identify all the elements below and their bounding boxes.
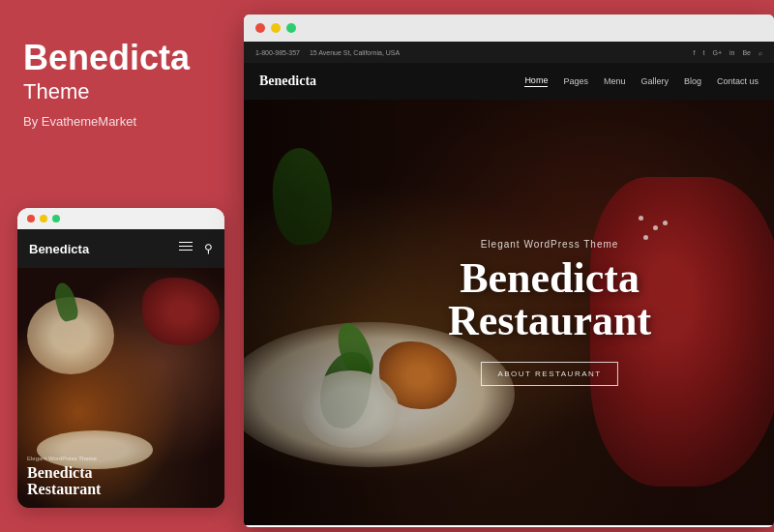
hero-cta: ABOUT RESTAURANT	[448, 362, 651, 386]
mobile-nav: Benedicta ⚲	[17, 229, 224, 268]
social-behance[interactable]: Be	[742, 49, 751, 56]
menu-item-gallery[interactable]: Gallery	[640, 76, 669, 86]
top-bar-address: 15 Avenue St, California, USA	[310, 49, 400, 56]
top-bar-right: f t G+ in Be ⌕	[694, 49, 762, 56]
social-twitter[interactable]: t	[702, 49, 704, 56]
theme-title: Benedicta	[23, 39, 217, 77]
mobile-hero: Elegant WordPress Theme Benedicta Restau…	[17, 268, 224, 508]
hero-subtitle: Elegant WordPress Theme	[448, 239, 651, 250]
mobile-preview: Benedicta ⚲ Elegant WordPress Theme Bene…	[17, 208, 224, 508]
desktop-preview: 1-800-985-357 15 Avenue St, California, …	[244, 15, 774, 527]
theme-subtitle: Theme	[23, 79, 217, 104]
menu-item-contact[interactable]: Contact us	[717, 76, 759, 86]
menu-item-home[interactable]: Home	[524, 75, 548, 87]
social-instagram[interactable]: in	[729, 49, 734, 56]
mobile-hero-title: Benedicta Restaurant	[27, 464, 101, 498]
hamburger-icon[interactable]	[179, 242, 193, 256]
social-facebook[interactable]: f	[694, 49, 696, 56]
top-bar-search-icon[interactable]: ⌕	[759, 49, 762, 56]
about-restaurant-button[interactable]: ABOUT RESTAURANT	[481, 362, 617, 386]
desktop-dot-yellow	[271, 23, 281, 33]
menu-item-blog[interactable]: Blog	[684, 76, 701, 86]
mobile-overlay-text: Elegant WordPress Theme Benedicta Restau…	[27, 456, 101, 498]
top-bar-phone: 1-800-985-357	[255, 49, 300, 56]
mobile-logo: Benedicta	[29, 242, 89, 256]
mobile-dots-bar	[17, 208, 224, 229]
desktop-hero: Elegant WordPress Theme Benedicta Restau…	[244, 100, 774, 525]
desktop-nav: Benedicta Home Pages Menu Gallery Blog C…	[244, 63, 774, 100]
menu-item-pages[interactable]: Pages	[563, 76, 588, 86]
mobile-nav-icons: ⚲	[179, 242, 213, 256]
hero-text-block: Elegant WordPress Theme Benedicta Restau…	[448, 239, 651, 386]
theme-author: By EvathemeMarket	[23, 114, 217, 129]
mobile-dot-red	[27, 215, 35, 222]
mobile-dot-green	[52, 215, 60, 222]
desktop-dots-bar	[244, 15, 774, 42]
desktop-menu: Home Pages Menu Gallery Blog Contact us	[524, 75, 759, 87]
search-icon[interactable]: ⚲	[204, 242, 213, 256]
menu-item-menu[interactable]: Menu	[604, 76, 626, 86]
mobile-hero-subtitle: Elegant WordPress Theme	[27, 456, 101, 461]
hero-title: Benedicta Restaurant	[448, 257, 651, 342]
social-google[interactable]: G+	[712, 49, 722, 56]
desktop-dot-green	[286, 23, 296, 33]
desktop-logo: Benedicta	[259, 74, 316, 89]
top-bar-left: 1-800-985-357 15 Avenue St, California, …	[255, 49, 400, 56]
desktop-dot-red	[255, 23, 265, 33]
desktop-top-bar: 1-800-985-357 15 Avenue St, California, …	[244, 42, 774, 63]
mobile-dot-yellow	[40, 215, 47, 222]
left-panel: Benedicta Theme By EvathemeMarket Benedi…	[0, 0, 240, 532]
